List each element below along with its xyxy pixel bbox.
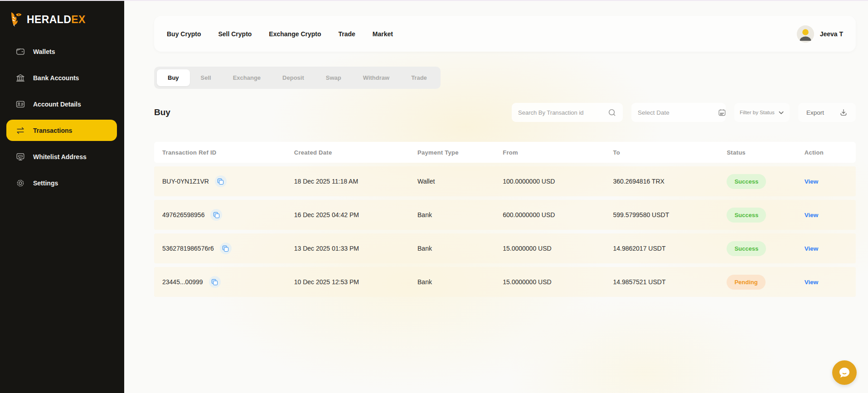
topnav-item-exchange-crypto[interactable]: Exchange Crypto (269, 30, 321, 38)
from-amount: 15.0000000 USD (503, 245, 613, 252)
tab-sell[interactable]: Sell (190, 69, 222, 86)
tab-swap[interactable]: Swap (315, 69, 352, 86)
user-menu[interactable]: Jeeva T (797, 25, 843, 43)
search-icon[interactable] (608, 108, 616, 117)
tab-deposit[interactable]: Deposit (272, 69, 315, 86)
column-header-action: Action (805, 149, 856, 156)
download-icon (839, 108, 848, 116)
transactions-table: Transaction Ref IDCreated DatePayment Ty… (154, 142, 856, 297)
topnav-item-market[interactable]: Market (373, 30, 393, 38)
view-link[interactable]: View (805, 212, 819, 218)
column-header-created-date: Created Date (294, 149, 417, 156)
page-title: Buy (154, 107, 170, 117)
table-row: 497626598956 16 Dec 2025 04:42 PM Bank 6… (154, 200, 856, 230)
status-badge: Success (727, 174, 766, 189)
copy-icon[interactable] (220, 243, 232, 254)
griffin-logo-icon (9, 12, 23, 27)
created-date: 16 Dec 2025 04:42 PM (294, 211, 417, 218)
column-header-from: From (503, 149, 613, 156)
topnav-item-sell-crypto[interactable]: Sell Crypto (218, 30, 252, 38)
sidebar: HERALDEX WalletsBank AccountsAccount Det… (0, 1, 124, 393)
search-box (512, 103, 623, 122)
sidebar-item-label: Account Details (33, 101, 81, 108)
sidebar-item-whitelist-address[interactable]: Whitelist Address (6, 146, 117, 167)
bank-icon (15, 73, 25, 83)
chat-launcher-button[interactable] (832, 360, 857, 385)
sidebar-item-label: Settings (33, 180, 58, 187)
search-input[interactable] (518, 109, 608, 116)
view-link[interactable]: View (805, 279, 819, 286)
topnav-item-trade[interactable]: Trade (339, 30, 355, 38)
status-badge: Pending (727, 275, 765, 290)
to-amount: 360.2694816 TRX (613, 178, 727, 185)
wallet-icon (15, 47, 25, 57)
from-amount: 15.0000000 USD (503, 278, 613, 286)
status-badge: Success (727, 241, 766, 256)
column-header-transaction-ref-id: Transaction Ref ID (162, 149, 294, 156)
transaction-ref-id: BUY-0YN1Z1VR (162, 178, 209, 185)
to-amount: 599.5799580 USDT (613, 211, 727, 218)
brand-logo[interactable]: HERALDEX (0, 10, 124, 41)
sidebar-item-label: Whitelist Address (33, 153, 87, 160)
transaction-ref-id: 23445...00999 (162, 278, 203, 286)
sidebar-item-label: Wallets (33, 48, 55, 55)
main-area: Buy CryptoSell CryptoExchange CryptoTrad… (124, 1, 868, 393)
export-button[interactable]: Export (798, 103, 856, 122)
user-name: Jeeva T (820, 30, 843, 38)
sidebar-item-transactions[interactable]: Transactions (6, 120, 117, 141)
sidebar-item-settings[interactable]: Settings (6, 172, 117, 194)
view-link[interactable]: View (805, 245, 819, 252)
app-root: HERALDEX WalletsBank AccountsAccount Det… (0, 0, 868, 393)
content-head: Buy (154, 103, 856, 122)
copy-icon[interactable] (209, 276, 221, 288)
from-amount: 100.0000000 USD (503, 178, 613, 185)
tab-exchange[interactable]: Exchange (222, 69, 272, 86)
filters: Filter by Status Export (512, 103, 856, 122)
table-row: BUY-0YN1Z1VR 18 Dec 2025 11:18 AM Wallet… (154, 166, 856, 196)
chat-bubble-icon (838, 366, 851, 379)
column-header-payment-type: Payment Type (417, 149, 503, 156)
sidebar-item-account-details[interactable]: Account Details (6, 93, 117, 115)
brand-name: HERALDEX (27, 14, 86, 26)
sidebar-item-wallets[interactable]: Wallets (6, 41, 117, 62)
table-body: BUY-0YN1Z1VR 18 Dec 2025 11:18 AM Wallet… (154, 166, 856, 297)
content: Buy (154, 103, 856, 297)
from-amount: 600.0000000 USD (503, 211, 613, 218)
sidebar-item-label: Transactions (33, 127, 72, 134)
topnav: Buy CryptoSell CryptoExchange CryptoTrad… (154, 16, 856, 52)
calendar-icon[interactable] (718, 108, 726, 116)
payment-type: Bank (417, 245, 503, 252)
tab-withdraw[interactable]: Withdraw (352, 69, 400, 86)
copy-icon[interactable] (215, 175, 227, 187)
status-badge: Success (727, 208, 766, 223)
transaction-ref-id: 497626598956 (162, 211, 204, 218)
whitelist-icon (15, 152, 25, 162)
copy-icon[interactable] (210, 209, 222, 221)
payment-type: Bank (417, 211, 503, 218)
view-link[interactable]: View (805, 178, 819, 185)
table-row: 23445...00999 10 Dec 2025 12:53 PM Bank … (154, 267, 856, 297)
created-date: 13 Dec 2025 01:33 PM (294, 245, 417, 252)
transaction-ref-id: 5362781986576r6 (162, 245, 214, 252)
tab-buy[interactable]: Buy (157, 69, 190, 86)
avatar (797, 25, 814, 43)
status-filter-dropdown[interactable]: Filter by Status (734, 103, 790, 122)
date-input[interactable] (638, 109, 718, 116)
chevron-down-icon (778, 110, 784, 116)
sidebar-nav: WalletsBank AccountsAccount DetailsTrans… (0, 41, 124, 199)
created-date: 18 Dec 2025 11:18 AM (294, 178, 417, 185)
sidebar-item-bank-accounts[interactable]: Bank Accounts (6, 67, 117, 88)
to-amount: 14.9862017 USDT (613, 245, 727, 252)
settings-icon (15, 178, 25, 188)
transaction-tabs: BuySellExchangeDepositSwapWithdrawTrade (154, 67, 441, 89)
column-header-status: Status (727, 149, 804, 156)
date-box (631, 103, 726, 122)
tab-trade[interactable]: Trade (400, 69, 438, 86)
created-date: 10 Dec 2025 12:53 PM (294, 278, 417, 286)
payment-type: Wallet (417, 178, 503, 185)
topnav-item-buy-crypto[interactable]: Buy Crypto (167, 30, 201, 38)
transactions-icon (15, 126, 25, 136)
sidebar-item-label: Bank Accounts (33, 74, 79, 82)
export-label: Export (806, 109, 824, 116)
brand-name-accent: EX (71, 14, 85, 25)
